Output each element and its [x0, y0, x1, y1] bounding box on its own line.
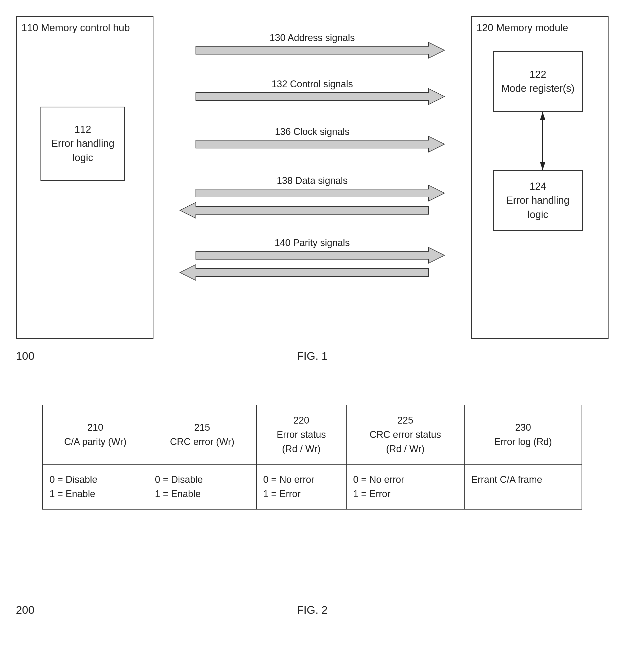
- label-140: 140 Parity signals: [275, 237, 350, 248]
- mm-box: 120 Memory module 122Mode register(s) 12…: [471, 16, 608, 339]
- col-header-220: 220Error status(Rd / Wr): [256, 405, 346, 464]
- mcb-box: 110 Memory control hub 112Error handling…: [16, 16, 153, 339]
- signal-arrows-area: 130 Address signals 132 Control signals …: [153, 16, 471, 339]
- svg-marker-4: [180, 202, 429, 218]
- svg-marker-0: [196, 42, 444, 58]
- fig1-caption: FIG. 1: [297, 350, 328, 362]
- cell-225-data: 0 = No error1 = Error: [346, 464, 465, 509]
- fig1-diagram: 110 Memory control hub 112Error handling…: [16, 16, 608, 373]
- fig1-number: 100: [16, 350, 34, 362]
- col-header-215: 215CRC error (Wr): [148, 405, 256, 464]
- fig2-number: 200: [16, 604, 34, 617]
- svg-marker-8: [540, 112, 545, 120]
- cell-220-data: 0 = No error1 = Error: [256, 464, 346, 509]
- label-132: 132 Control signals: [271, 78, 353, 90]
- label-130: 130 Address signals: [270, 32, 355, 43]
- signals-svg: 130 Address signals 132 Control signals …: [153, 16, 471, 339]
- col-header-225: 225CRC error status(Rd / Wr): [346, 405, 465, 464]
- mm-title: 120 Memory module: [477, 21, 568, 34]
- table-header-row: 210C/A parity (Wr) 215CRC error (Wr) 220…: [43, 405, 582, 464]
- col-header-230: 230Error log (Rd): [464, 405, 582, 464]
- label-136: 136 Clock signals: [275, 126, 350, 137]
- table-data-row: 0 = Disable1 = Enable 0 = Disable1 = Ena…: [43, 464, 582, 509]
- mode-register-label: 122Mode register(s): [501, 68, 575, 96]
- svg-marker-6: [180, 265, 429, 281]
- fig2-caption: FIG. 2: [297, 604, 328, 617]
- fig2-diagram: 210C/A parity (Wr) 215CRC error (Wr) 220…: [16, 405, 608, 617]
- ehl2-inner-label: 124Error handlinglogic: [506, 179, 570, 222]
- cell-230-data: Errant C/A frame: [464, 464, 582, 509]
- svg-marker-1: [196, 89, 444, 104]
- ehl-inner-label: 112Error handlinglogic: [51, 122, 115, 165]
- ehl2-inner-box: 124Error handlinglogic: [493, 170, 583, 231]
- svg-marker-9: [540, 162, 545, 170]
- vert-arrow-svg: [537, 112, 548, 170]
- mode-register-box: 122Mode register(s): [493, 51, 583, 112]
- cell-215-data: 0 = Disable1 = Enable: [148, 464, 256, 509]
- label-138: 138 Data signals: [277, 175, 348, 186]
- svg-marker-2: [196, 136, 444, 152]
- cell-210-data: 0 = Disable1 = Enable: [43, 464, 148, 509]
- ehl-inner-box: 112Error handlinglogic: [41, 106, 125, 181]
- fig2-table: 210C/A parity (Wr) 215CRC error (Wr) 220…: [42, 405, 582, 509]
- svg-marker-3: [196, 185, 444, 201]
- col-header-210: 210C/A parity (Wr): [43, 405, 148, 464]
- mcb-title: 110 Memory control hub: [21, 21, 130, 34]
- svg-marker-5: [196, 247, 444, 263]
